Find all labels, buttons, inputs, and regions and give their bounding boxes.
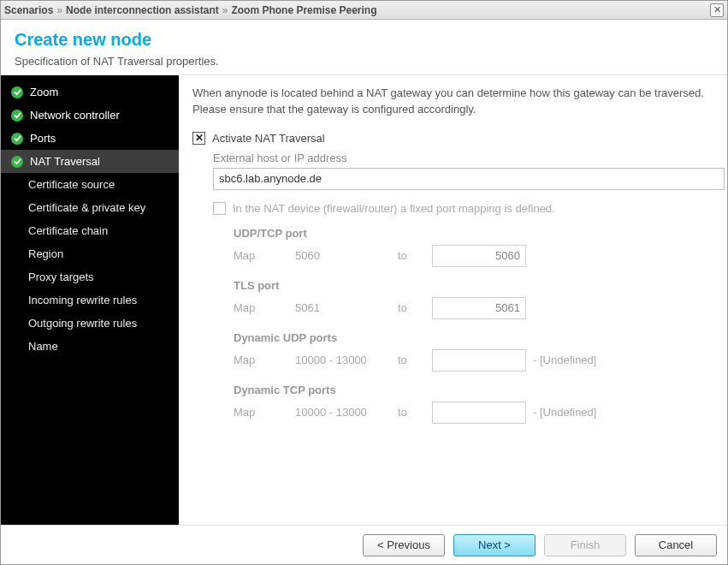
breadcrumb-mid[interactable]: Node interconnection assistant xyxy=(66,4,219,16)
to-label: to xyxy=(398,354,432,366)
content: When anynode is located behind a NAT gat… xyxy=(179,75,727,525)
sidebar: Zoom Network controller Ports NAT Traver… xyxy=(1,75,179,525)
page-subtitle: Specification of NAT Traversal propertie… xyxy=(15,55,713,68)
wizard-window: Scenarios » Node interconnection assista… xyxy=(0,0,728,565)
sidebar-item-nat-traversal[interactable]: NAT Traversal xyxy=(1,150,179,173)
check-icon xyxy=(11,133,23,145)
dynamic-udp-src: 10000 - 13000 xyxy=(295,354,398,366)
intro-text: When anynode is located behind a NAT gat… xyxy=(192,86,713,118)
sidebar-item-name[interactable]: Name xyxy=(1,335,179,358)
sidebar-item-label: Certificate & private key xyxy=(28,201,145,214)
dynamic-tcp-title: Dynamic TCP ports xyxy=(234,384,713,396)
dynamic-tcp-undefined: - [Undefined] xyxy=(533,406,596,419)
udptcp-port-title: UDP/TCP port xyxy=(234,227,713,240)
sidebar-item-label: NAT Traversal xyxy=(30,155,100,168)
sidebar-item-label: Incoming rewrite rules xyxy=(28,294,137,306)
dynamic-tcp-dst-input[interactable] xyxy=(432,401,526,424)
breadcrumb-leaf: Zoom Phone Premise Peering xyxy=(231,4,376,16)
sidebar-item-proxy-targets[interactable]: Proxy targets xyxy=(1,265,179,288)
nat-subsection: External host or IP address In the NAT d… xyxy=(213,152,713,424)
sidebar-item-region[interactable]: Region xyxy=(1,242,179,265)
map-label: Map xyxy=(234,301,295,314)
dynamic-udp-block: Dynamic UDP ports Map 10000 - 13000 to -… xyxy=(234,331,713,372)
close-button[interactable]: ✕ xyxy=(710,3,724,17)
to-label: to xyxy=(398,301,432,314)
sidebar-item-label: Outgoing rewrite rules xyxy=(28,317,137,330)
udptcp-port-block: UDP/TCP port Map 5060 to xyxy=(234,227,713,267)
sidebar-item-network-controller[interactable]: Network controller xyxy=(1,104,179,127)
sidebar-item-outgoing-rewrite-rules[interactable]: Outgoing rewrite rules xyxy=(1,312,179,335)
fixed-mapping-checkbox[interactable] xyxy=(213,202,226,215)
footer: < Previous Next > Finish Cancel xyxy=(1,525,727,564)
previous-button[interactable]: < Previous xyxy=(363,534,445,556)
cancel-button[interactable]: Cancel xyxy=(635,534,717,556)
finish-button: Finish xyxy=(544,534,626,556)
dynamic-tcp-src: 10000 - 13000 xyxy=(295,406,398,419)
port-mapping-section: UDP/TCP port Map 5060 to TLS port Map 50… xyxy=(234,227,713,424)
map-label: Map xyxy=(234,406,295,419)
udptcp-port-row: Map 5060 to xyxy=(234,245,713,267)
page-title: Create new node xyxy=(15,30,713,50)
check-icon xyxy=(11,86,23,98)
check-icon xyxy=(11,156,23,168)
header: Create new node Specification of NAT Tra… xyxy=(1,20,727,75)
dynamic-udp-title: Dynamic UDP ports xyxy=(234,331,713,344)
external-host-input[interactable] xyxy=(213,168,725,190)
map-label: Map xyxy=(234,354,295,366)
to-label: to xyxy=(398,249,432,262)
breadcrumb: Scenarios » Node interconnection assista… xyxy=(4,4,710,16)
dynamic-udp-undefined: - [Undefined] xyxy=(533,354,596,366)
titlebar: Scenarios » Node interconnection assista… xyxy=(1,1,727,20)
external-host-label: External host or IP address xyxy=(213,152,713,164)
dynamic-tcp-block: Dynamic TCP ports Map 10000 - 13000 to -… xyxy=(234,384,713,424)
sidebar-item-incoming-rewrite-rules[interactable]: Incoming rewrite rules xyxy=(1,288,179,312)
fixed-mapping-label: In the NAT device (firewall/router) a fi… xyxy=(233,202,555,215)
sidebar-item-label: Network controller xyxy=(30,109,120,122)
dynamic-tcp-row: Map 10000 - 13000 to - [Undefined] xyxy=(234,401,713,424)
activate-nat-row: Activate NAT Traversal xyxy=(192,132,713,145)
check-icon xyxy=(11,110,23,122)
close-icon: ✕ xyxy=(713,4,721,15)
sidebar-item-label: Zoom xyxy=(30,86,58,98)
body: Zoom Network controller Ports NAT Traver… xyxy=(1,75,727,525)
tls-port-row: Map 5061 to xyxy=(234,297,713,319)
to-label: to xyxy=(398,406,432,419)
activate-nat-checkbox[interactable] xyxy=(192,132,205,145)
breadcrumb-sep-icon: » xyxy=(56,4,62,16)
sidebar-item-label: Certificate source xyxy=(28,178,115,191)
udptcp-src-port: 5060 xyxy=(295,249,398,262)
sidebar-item-label: Name xyxy=(28,340,58,353)
dynamic-udp-row: Map 10000 - 13000 to - [Undefined] xyxy=(234,349,713,372)
map-label: Map xyxy=(234,249,295,262)
tls-port-block: TLS port Map 5061 to xyxy=(234,279,713,319)
sidebar-item-label: Certificate chain xyxy=(28,224,108,237)
tls-src-port: 5061 xyxy=(295,301,398,314)
sidebar-item-label: Ports xyxy=(30,132,56,145)
breadcrumb-sep-icon: » xyxy=(222,4,228,16)
activate-nat-label: Activate NAT Traversal xyxy=(212,132,325,145)
udptcp-dst-port-input[interactable] xyxy=(432,245,526,267)
tls-port-title: TLS port xyxy=(234,279,713,292)
fixed-mapping-row: In the NAT device (firewall/router) a fi… xyxy=(213,202,713,215)
sidebar-item-certificate-private-key[interactable]: Certificate & private key xyxy=(1,196,179,219)
dynamic-udp-dst-input[interactable] xyxy=(432,349,526,372)
sidebar-item-zoom[interactable]: Zoom xyxy=(1,80,179,104)
sidebar-item-ports[interactable]: Ports xyxy=(1,127,179,150)
tls-dst-port-input[interactable] xyxy=(432,297,526,319)
next-button[interactable]: Next > xyxy=(453,534,536,556)
sidebar-item-certificate-chain[interactable]: Certificate chain xyxy=(1,219,179,242)
sidebar-item-label: Proxy targets xyxy=(28,271,94,283)
sidebar-item-certificate-source[interactable]: Certificate source xyxy=(1,173,179,196)
breadcrumb-root[interactable]: Scenarios xyxy=(4,4,53,16)
sidebar-item-label: Region xyxy=(28,247,63,260)
